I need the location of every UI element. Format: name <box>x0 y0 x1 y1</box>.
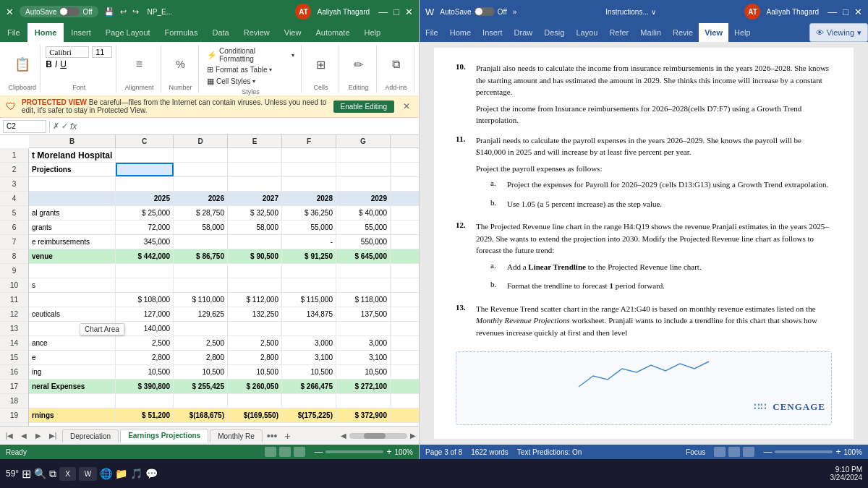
cell-d14[interactable]: 2,500 <box>174 336 228 350</box>
cell-e15[interactable]: 2,800 <box>228 351 282 364</box>
font-name-box[interactable]: Calibri <box>46 46 89 58</box>
cell-d12[interactable]: 129,625 <box>174 307 228 321</box>
cell-f5[interactable]: $ 36,250 <box>282 206 336 220</box>
cell-c3[interactable] <box>116 177 174 191</box>
zoom-slider[interactable] <box>326 450 383 453</box>
page-break-btn[interactable] <box>294 447 305 457</box>
word-tab-draw[interactable]: Draw <box>509 23 539 42</box>
tab-insert[interactable]: Insert <box>64 23 98 42</box>
cell-b14[interactable]: ance <box>29 336 116 350</box>
cell-d13[interactable] <box>174 322 228 335</box>
row-num-17[interactable]: 17 <box>0 380 28 394</box>
cell-c6[interactable]: 72,000 <box>116 221 174 234</box>
cell-c8[interactable]: $ 442,000 <box>116 249 174 263</box>
cell-b11[interactable] <box>29 293 116 307</box>
word-maximize-icon[interactable]: □ <box>843 7 848 17</box>
close-icon[interactable]: ✕ <box>405 7 413 17</box>
row-num-1[interactable]: 1 <box>0 148 28 163</box>
cell-c17[interactable]: $ 390,800 <box>116 380 174 393</box>
cell-b15[interactable]: e <box>29 351 116 364</box>
col-header-b[interactable]: B <box>29 135 116 147</box>
row-num-18[interactable]: 18 <box>0 394 28 408</box>
start-button[interactable]: ⊞ <box>22 467 31 481</box>
focus-btn[interactable]: Focus <box>686 448 705 456</box>
col-header-g[interactable]: G <box>336 135 391 147</box>
row-num-19[interactable]: 19 <box>0 408 28 423</box>
cell-e10[interactable] <box>228 278 282 292</box>
row-num-11[interactable]: 11 <box>0 293 28 307</box>
word-view-btn-2[interactable] <box>728 447 740 457</box>
cell-f1[interactable] <box>282 148 336 162</box>
cell-f16[interactable]: 10,500 <box>282 365 336 379</box>
cell-e1[interactable] <box>228 148 282 162</box>
taskbar-icon-3[interactable]: 🎵 <box>130 468 142 479</box>
cell-c19[interactable]: $ 51,200 <box>116 408 174 422</box>
cell-c7[interactable]: 345,000 <box>116 235 174 249</box>
cell-c2[interactable] <box>116 163 174 176</box>
viewing-button[interactable]: 👁 Viewing ▾ <box>809 23 868 42</box>
cell-g18[interactable] <box>336 394 391 408</box>
cell-e17[interactable]: $ 260,050 <box>228 380 282 393</box>
row-num-7[interactable]: 7 <box>0 235 28 249</box>
cell-f12[interactable]: 134,875 <box>282 307 336 321</box>
cell-c9[interactable] <box>116 264 174 278</box>
cell-d10[interactable] <box>174 278 228 292</box>
cell-c1[interactable] <box>116 148 174 162</box>
cell-e19[interactable]: $(169,550) <box>228 408 282 422</box>
taskbar-icon-1[interactable]: 🌐 <box>100 468 112 479</box>
cell-b10[interactable]: s <box>29 278 116 292</box>
sheet-tab-earnings[interactable]: Earnings Projections <box>120 429 208 442</box>
word-tab-design[interactable]: Desig <box>538 23 570 42</box>
bold-btn[interactable]: B <box>46 59 52 69</box>
row-num-5[interactable]: 5 <box>0 206 28 221</box>
cell-styles-btn[interactable]: ▦ Cell Styles ▾ <box>205 76 297 87</box>
scroll-left-icon[interactable]: ◀ <box>341 432 346 440</box>
cell-g14[interactable]: 3,000 <box>336 336 391 350</box>
cell-d1[interactable] <box>174 148 228 162</box>
cell-g19[interactable]: $ 372,900 <box>336 408 391 422</box>
excel-taskbar-btn[interactable]: X <box>59 467 76 481</box>
cell-g2[interactable] <box>336 163 391 176</box>
row-num-10[interactable]: 10 <box>0 278 28 293</box>
excel-user-avatar[interactable]: AT <box>295 4 311 20</box>
cell-c16[interactable]: 10,500 <box>116 365 174 379</box>
italic-btn[interactable]: I <box>55 59 57 69</box>
year-2028[interactable]: 2028 <box>282 192 336 205</box>
cell-b17[interactable]: neral Expenses <box>29 380 116 393</box>
word-tab-references[interactable]: Refer <box>603 23 634 42</box>
cell-c11[interactable]: $ 108,000 <box>116 293 174 307</box>
sheet-nav-prev[interactable]: ◀ <box>17 429 30 442</box>
cell-f8[interactable]: $ 91,250 <box>282 249 336 263</box>
projections-cell[interactable]: Projections <box>29 163 116 176</box>
sheet-tab-monthly[interactable]: Monthly Re <box>210 429 263 442</box>
cell-e7[interactable] <box>228 235 282 249</box>
cell-g10[interactable] <box>336 278 391 292</box>
zoom-plus-icon[interactable]: + <box>386 447 391 457</box>
cell-g3[interactable] <box>336 177 391 191</box>
row-num-16[interactable]: 16 <box>0 365 28 380</box>
cell-b3[interactable] <box>29 177 116 191</box>
word-tab-mailings[interactable]: Mailin <box>634 23 667 42</box>
col-header-e[interactable]: E <box>228 135 282 147</box>
cell-g7[interactable]: 550,000 <box>336 235 391 249</box>
format-table-btn[interactable]: ⊞ Format as Table ▾ <box>205 64 297 75</box>
cell-e5[interactable]: $ 32,500 <box>228 206 282 220</box>
word-tab-view[interactable]: View <box>699 23 728 42</box>
word-taskbar-btn[interactable]: W <box>79 467 97 481</box>
title-cell[interactable]: t Moreland Hospital - Neighborhood Nurse… <box>29 148 116 162</box>
sheet-nav-last[interactable]: ▶| <box>46 429 59 442</box>
add-sheet-button[interactable]: + <box>280 429 294 443</box>
conditional-formatting-btn[interactable]: ⚡ Conditional Formatting ▾ <box>205 46 297 64</box>
task-view-icon[interactable]: ⧉ <box>49 468 56 480</box>
word-zoom-slider[interactable] <box>775 450 833 453</box>
cell-b4[interactable] <box>29 192 116 205</box>
sheet-nav-next[interactable]: ▶ <box>32 429 45 442</box>
cell-g11[interactable]: $ 118,000 <box>336 293 391 307</box>
word-close-icon[interactable]: ✕ <box>854 7 862 17</box>
cell-c15[interactable]: 2,800 <box>116 351 174 364</box>
word-tab-file[interactable]: File <box>420 23 444 42</box>
tab-formulas[interactable]: Formulas <box>158 23 205 42</box>
row-num-8[interactable]: 8 <box>0 249 28 264</box>
cell-c10[interactable] <box>116 278 174 292</box>
taskbar-icon-2[interactable]: 📁 <box>115 468 127 479</box>
